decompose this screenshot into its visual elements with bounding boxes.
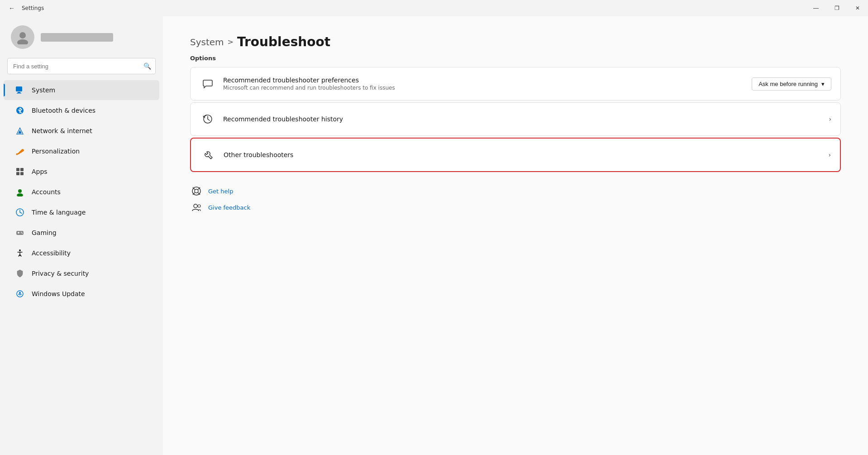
sidebar-item-label-gaming: Gaming	[32, 229, 57, 236]
sidebar-item-label-accounts: Accounts	[32, 188, 61, 196]
privacy-icon	[14, 268, 25, 279]
svg-point-15	[17, 193, 23, 196]
user-name: ●●●●●●●●●●●●	[41, 33, 113, 42]
titlebar: ← Settings — ❐ ✕	[0, 0, 868, 16]
sidebar-item-accounts[interactable]: Accounts	[4, 182, 159, 202]
card-row-recommended-prefs[interactable]: Recommended troubleshooter preferences M…	[191, 67, 840, 100]
breadcrumb: System > Troubleshoot	[190, 34, 841, 49]
get-help-icon	[190, 185, 203, 197]
search-box: 🔍	[7, 58, 156, 74]
sidebar-item-label-system: System	[32, 86, 55, 94]
minimize-button[interactable]: —	[806, 0, 826, 16]
breadcrumb-parent[interactable]: System	[190, 37, 224, 48]
close-button[interactable]: ✕	[847, 0, 868, 16]
sidebar-item-label-time: Time & language	[32, 209, 86, 216]
svg-point-31	[194, 204, 197, 208]
app-window: ●●●●●●●●●●●● 🔍 System	[0, 16, 868, 455]
breadcrumb-current: Troubleshoot	[237, 34, 330, 49]
sidebar-item-label-update: Windows Update	[32, 290, 85, 297]
sidebar-item-system[interactable]: System	[4, 80, 159, 100]
chat-icon	[200, 76, 216, 92]
card-text-other-troubleshooters: Other troubleshooters	[224, 151, 828, 158]
chevron-right-icon: ›	[829, 115, 831, 123]
system-icon	[14, 85, 25, 96]
back-button[interactable]: ←	[5, 2, 18, 14]
personalization-icon	[14, 146, 25, 157]
svg-rect-13	[20, 172, 24, 175]
sidebar-item-bluetooth[interactable]: Bluetooth & devices	[4, 101, 159, 120]
card-action-other: ›	[828, 151, 831, 158]
sidebar-item-time[interactable]: Time & language	[4, 202, 159, 222]
card-recommended-history: Recommended troubleshooter history ›	[190, 102, 841, 136]
chevron-right-icon-other: ›	[828, 151, 831, 158]
dropdown-value: Ask me before running	[758, 81, 818, 87]
content-area: System > Troubleshoot Options Recommende…	[163, 16, 868, 455]
accounts-icon	[14, 187, 25, 197]
svg-rect-3	[18, 92, 20, 93]
card-title-recommended-history: Recommended troubleshooter history	[223, 115, 829, 123]
card-row-recommended-history[interactable]: Recommended troubleshooter history ›	[191, 103, 840, 135]
card-recommended-prefs: Recommended troubleshooter preferences M…	[190, 67, 841, 101]
svg-point-21	[22, 233, 23, 234]
svg-point-9	[16, 153, 18, 155]
get-help-item[interactable]: Get help	[190, 185, 841, 197]
wrench-icon	[200, 147, 216, 163]
card-text-recommended-history: Recommended troubleshooter history	[223, 115, 829, 123]
card-action-history: ›	[829, 115, 831, 123]
sidebar-item-label-accessibility: Accessibility	[32, 249, 71, 257]
nav-menu: System Bluetooth & devices	[0, 80, 163, 304]
accessibility-icon	[14, 248, 25, 259]
sidebar-item-label-bluetooth: Bluetooth & devices	[32, 107, 95, 114]
sidebar-item-personalization[interactable]: Personalization	[4, 141, 159, 161]
sidebar-item-gaming[interactable]: Gaming	[4, 223, 159, 243]
sidebar-item-label-apps: Apps	[32, 168, 48, 175]
card-title-recommended-prefs: Recommended troubleshooter preferences	[223, 77, 752, 84]
svg-point-0	[19, 32, 26, 38]
give-feedback-icon	[190, 201, 203, 214]
svg-rect-11	[20, 168, 24, 171]
give-feedback-item[interactable]: Give feedback	[190, 201, 841, 214]
svg-point-22	[19, 249, 21, 251]
svg-point-26	[195, 189, 198, 193]
history-icon	[200, 111, 216, 127]
card-text-recommended-prefs: Recommended troubleshooter preferences M…	[223, 77, 752, 91]
svg-point-1	[17, 39, 28, 44]
bluetooth-icon	[14, 105, 25, 116]
restore-button[interactable]: ❐	[826, 0, 847, 16]
chevron-down-icon: ▾	[821, 81, 825, 87]
sidebar-item-privacy[interactable]: Privacy & security	[4, 263, 159, 283]
sidebar-item-apps[interactable]: Apps	[4, 162, 159, 182]
sidebar-item-network[interactable]: Network & internet	[4, 121, 159, 141]
update-icon	[14, 288, 25, 299]
card-title-other-troubleshooters: Other troubleshooters	[224, 151, 828, 158]
avatar	[11, 25, 34, 49]
svg-rect-10	[16, 168, 19, 171]
gaming-icon	[14, 227, 25, 238]
sidebar-item-label-privacy: Privacy & security	[32, 270, 89, 277]
get-help-link[interactable]: Get help	[208, 188, 233, 195]
sidebar-item-label-network: Network & internet	[32, 127, 92, 134]
app-title: Settings	[22, 5, 44, 11]
sidebar-item-accessibility[interactable]: Accessibility	[4, 243, 159, 263]
svg-point-32	[198, 205, 200, 207]
sidebar-item-label-personalization: Personalization	[32, 148, 80, 155]
svg-rect-2	[16, 86, 22, 91]
svg-rect-12	[16, 172, 19, 175]
troubleshooter-dropdown[interactable]: Ask me before running ▾	[752, 77, 831, 91]
card-other-troubleshooters: Other troubleshooters ›	[190, 138, 841, 172]
section-label: Options	[190, 55, 841, 62]
sidebar: ●●●●●●●●●●●● 🔍 System	[0, 16, 163, 455]
time-icon	[14, 207, 25, 218]
search-input[interactable]	[7, 58, 156, 74]
sidebar-item-update[interactable]: Windows Update	[4, 284, 159, 304]
svg-point-20	[21, 232, 22, 233]
card-subtitle-recommended-prefs: Microsoft can recommend and run troubles…	[223, 85, 752, 91]
links-section: Get help Give feedback	[190, 185, 841, 214]
card-row-other-troubleshooters[interactable]: Other troubleshooters ›	[191, 139, 840, 171]
give-feedback-link[interactable]: Give feedback	[208, 204, 250, 211]
window-controls: — ❐ ✕	[806, 0, 868, 16]
apps-icon	[14, 166, 25, 177]
card-action-recommended-prefs: Ask me before running ▾	[752, 77, 831, 91]
network-icon	[14, 125, 25, 136]
user-section: ●●●●●●●●●●●●	[0, 16, 163, 56]
